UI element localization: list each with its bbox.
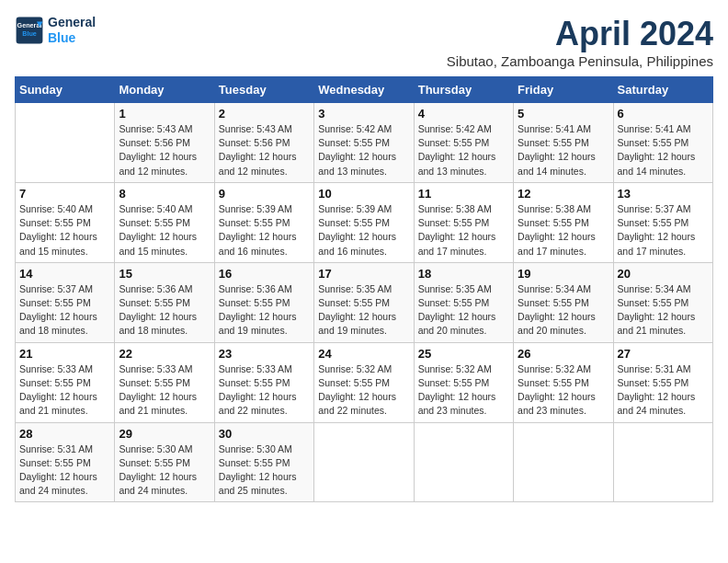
calendar-cell: 23Sunrise: 5:33 AM Sunset: 5:55 PM Dayli… xyxy=(214,342,313,422)
calendar-header-friday: Friday xyxy=(514,77,613,103)
day-number: 17 xyxy=(318,267,409,281)
day-info: Sunrise: 5:35 AM Sunset: 5:55 PM Dayligh… xyxy=(318,282,409,339)
calendar-header-sunday: Sunday xyxy=(16,77,115,103)
calendar-cell: 17Sunrise: 5:35 AM Sunset: 5:55 PM Dayli… xyxy=(314,262,414,342)
calendar-cell: 15Sunrise: 5:36 AM Sunset: 5:55 PM Dayli… xyxy=(115,262,214,342)
calendar-week-5: 28Sunrise: 5:31 AM Sunset: 5:55 PM Dayli… xyxy=(16,422,713,502)
calendar-header-thursday: Thursday xyxy=(414,77,513,103)
day-number: 18 xyxy=(418,267,509,281)
day-number: 14 xyxy=(19,267,110,281)
day-info: Sunrise: 5:34 AM Sunset: 5:55 PM Dayligh… xyxy=(618,282,709,339)
calendar-cell: 5Sunrise: 5:41 AM Sunset: 5:55 PM Daylig… xyxy=(514,103,613,183)
day-info: Sunrise: 5:42 AM Sunset: 5:55 PM Dayligh… xyxy=(318,122,409,178)
day-info: Sunrise: 5:40 AM Sunset: 5:55 PM Dayligh… xyxy=(119,202,210,259)
calendar-table: SundayMondayTuesdayWednesdayThursdayFrid… xyxy=(15,76,713,502)
day-number: 8 xyxy=(119,187,210,201)
calendar-cell: 30Sunrise: 5:30 AM Sunset: 5:55 PM Dayli… xyxy=(214,422,313,502)
logo: General Blue General Blue xyxy=(15,15,96,46)
logo-text: General Blue xyxy=(48,15,96,46)
calendar-week-2: 7Sunrise: 5:40 AM Sunset: 5:55 PM Daylig… xyxy=(16,182,713,262)
calendar-cell: 3Sunrise: 5:42 AM Sunset: 5:55 PM Daylig… xyxy=(314,103,414,183)
day-info: Sunrise: 5:31 AM Sunset: 5:55 PM Dayligh… xyxy=(618,362,709,419)
day-number: 4 xyxy=(418,107,509,121)
calendar-cell: 27Sunrise: 5:31 AM Sunset: 5:55 PM Dayli… xyxy=(613,342,712,422)
day-number: 5 xyxy=(518,107,609,121)
day-info: Sunrise: 5:30 AM Sunset: 5:55 PM Dayligh… xyxy=(219,442,310,499)
day-number: 30 xyxy=(219,427,310,441)
day-number: 20 xyxy=(618,267,709,281)
day-info: Sunrise: 5:31 AM Sunset: 5:55 PM Dayligh… xyxy=(19,442,110,499)
calendar-header-row: SundayMondayTuesdayWednesdayThursdayFrid… xyxy=(16,77,713,103)
day-number: 3 xyxy=(318,107,409,121)
calendar-header-monday: Monday xyxy=(115,77,214,103)
calendar-cell: 13Sunrise: 5:37 AM Sunset: 5:55 PM Dayli… xyxy=(613,182,712,262)
calendar-header-wednesday: Wednesday xyxy=(314,77,414,103)
calendar-cell: 11Sunrise: 5:38 AM Sunset: 5:55 PM Dayli… xyxy=(414,182,513,262)
day-info: Sunrise: 5:38 AM Sunset: 5:55 PM Dayligh… xyxy=(418,202,509,259)
calendar-week-4: 21Sunrise: 5:33 AM Sunset: 5:55 PM Dayli… xyxy=(16,342,713,422)
main-title: April 2024 xyxy=(447,15,713,53)
day-number: 28 xyxy=(19,427,110,441)
day-number: 7 xyxy=(19,187,110,201)
day-number: 24 xyxy=(318,347,409,361)
calendar-cell: 7Sunrise: 5:40 AM Sunset: 5:55 PM Daylig… xyxy=(16,182,115,262)
calendar-cell: 1Sunrise: 5:43 AM Sunset: 5:56 PM Daylig… xyxy=(115,103,214,183)
day-info: Sunrise: 5:38 AM Sunset: 5:55 PM Dayligh… xyxy=(518,202,609,259)
day-info: Sunrise: 5:39 AM Sunset: 5:55 PM Dayligh… xyxy=(219,202,310,259)
day-number: 12 xyxy=(518,187,609,201)
calendar-cell xyxy=(414,422,513,502)
day-number: 26 xyxy=(518,347,609,361)
day-info: Sunrise: 5:33 AM Sunset: 5:55 PM Dayligh… xyxy=(119,362,210,419)
day-number: 23 xyxy=(219,347,310,361)
calendar-header-saturday: Saturday xyxy=(613,77,712,103)
day-info: Sunrise: 5:32 AM Sunset: 5:55 PM Dayligh… xyxy=(318,362,409,419)
day-info: Sunrise: 5:39 AM Sunset: 5:55 PM Dayligh… xyxy=(318,202,409,259)
calendar-cell xyxy=(613,422,712,502)
day-info: Sunrise: 5:41 AM Sunset: 5:55 PM Dayligh… xyxy=(618,122,709,178)
calendar-cell xyxy=(16,103,115,183)
title-block: April 2024 Sibutao, Zamboanga Peninsula,… xyxy=(447,15,713,69)
calendar-week-3: 14Sunrise: 5:37 AM Sunset: 5:55 PM Dayli… xyxy=(16,262,713,342)
calendar-cell xyxy=(314,422,414,502)
day-info: Sunrise: 5:33 AM Sunset: 5:55 PM Dayligh… xyxy=(19,362,110,419)
day-info: Sunrise: 5:36 AM Sunset: 5:55 PM Dayligh… xyxy=(219,282,310,339)
day-number: 9 xyxy=(219,187,310,201)
page-header: General Blue General Blue April 2024 Sib… xyxy=(15,15,713,69)
svg-text:Blue: Blue xyxy=(22,29,37,38)
calendar-cell: 12Sunrise: 5:38 AM Sunset: 5:55 PM Dayli… xyxy=(514,182,613,262)
calendar-header-tuesday: Tuesday xyxy=(214,77,313,103)
day-info: Sunrise: 5:37 AM Sunset: 5:55 PM Dayligh… xyxy=(19,282,110,339)
day-info: Sunrise: 5:42 AM Sunset: 5:55 PM Dayligh… xyxy=(418,122,509,178)
calendar-cell: 24Sunrise: 5:32 AM Sunset: 5:55 PM Dayli… xyxy=(314,342,414,422)
day-number: 6 xyxy=(618,107,709,121)
day-info: Sunrise: 5:30 AM Sunset: 5:55 PM Dayligh… xyxy=(119,442,210,499)
calendar-cell: 9Sunrise: 5:39 AM Sunset: 5:55 PM Daylig… xyxy=(214,182,313,262)
calendar-cell: 8Sunrise: 5:40 AM Sunset: 5:55 PM Daylig… xyxy=(115,182,214,262)
day-number: 22 xyxy=(119,347,210,361)
calendar-cell xyxy=(514,422,613,502)
day-info: Sunrise: 5:33 AM Sunset: 5:55 PM Dayligh… xyxy=(219,362,310,419)
day-number: 16 xyxy=(219,267,310,281)
calendar-cell: 6Sunrise: 5:41 AM Sunset: 5:55 PM Daylig… xyxy=(613,103,712,183)
day-number: 27 xyxy=(618,347,709,361)
day-number: 1 xyxy=(119,107,210,121)
calendar-week-1: 1Sunrise: 5:43 AM Sunset: 5:56 PM Daylig… xyxy=(16,103,713,183)
day-info: Sunrise: 5:35 AM Sunset: 5:55 PM Dayligh… xyxy=(418,282,509,339)
calendar-cell: 4Sunrise: 5:42 AM Sunset: 5:55 PM Daylig… xyxy=(414,103,513,183)
day-number: 11 xyxy=(418,187,509,201)
day-number: 15 xyxy=(119,267,210,281)
subtitle: Sibutao, Zamboanga Peninsula, Philippine… xyxy=(447,53,713,69)
calendar-cell: 26Sunrise: 5:32 AM Sunset: 5:55 PM Dayli… xyxy=(514,342,613,422)
day-number: 10 xyxy=(318,187,409,201)
calendar-cell: 2Sunrise: 5:43 AM Sunset: 5:56 PM Daylig… xyxy=(214,103,313,183)
calendar-cell: 10Sunrise: 5:39 AM Sunset: 5:55 PM Dayli… xyxy=(314,182,414,262)
calendar-cell: 16Sunrise: 5:36 AM Sunset: 5:55 PM Dayli… xyxy=(214,262,313,342)
calendar-cell: 22Sunrise: 5:33 AM Sunset: 5:55 PM Dayli… xyxy=(115,342,214,422)
day-info: Sunrise: 5:43 AM Sunset: 5:56 PM Dayligh… xyxy=(219,122,310,178)
day-number: 29 xyxy=(119,427,210,441)
calendar-cell: 14Sunrise: 5:37 AM Sunset: 5:55 PM Dayli… xyxy=(16,262,115,342)
calendar-cell: 28Sunrise: 5:31 AM Sunset: 5:55 PM Dayli… xyxy=(16,422,115,502)
day-info: Sunrise: 5:32 AM Sunset: 5:55 PM Dayligh… xyxy=(418,362,509,419)
day-info: Sunrise: 5:34 AM Sunset: 5:55 PM Dayligh… xyxy=(518,282,609,339)
day-number: 19 xyxy=(518,267,609,281)
